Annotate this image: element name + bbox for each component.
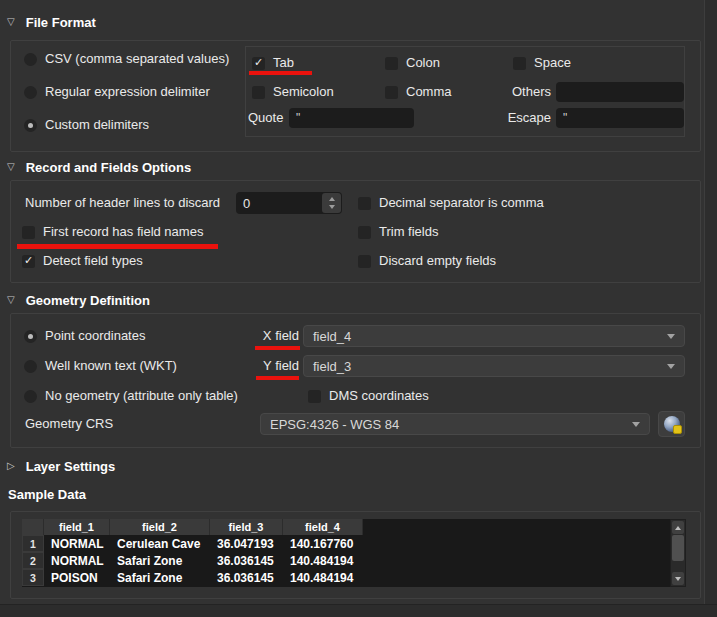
colon-checkbox[interactable]: ✓: [385, 57, 398, 70]
table-cell: Safari Zone: [110, 569, 210, 586]
quote-label: Quote: [248, 111, 283, 125]
y-field-select[interactable]: field_3: [303, 355, 685, 377]
discard-empty-checkbox-row[interactable]: ✓ Discard empty fields: [358, 254, 496, 268]
table-cell: 140.167760: [283, 535, 363, 552]
y-field-annotation-underline: [256, 376, 299, 380]
point-coordinates-radio-row[interactable]: Point coordinates: [24, 329, 145, 343]
escape-input[interactable]: ": [556, 108, 684, 128]
detect-types-checkbox[interactable]: ✓: [22, 255, 35, 268]
x-field-select[interactable]: field_4: [303, 325, 685, 347]
csv-radio-row[interactable]: CSV (comma separated values): [24, 52, 229, 66]
quote-input[interactable]: ": [289, 108, 414, 128]
comma-checkbox[interactable]: ✓: [385, 86, 398, 99]
no-geometry-radio[interactable]: [24, 390, 37, 403]
section-file-format-header[interactable]: ▽ File Format: [7, 14, 96, 30]
geometry-crs-select[interactable]: EPSG:4326 - WGS 84: [260, 413, 650, 435]
others-input[interactable]: [556, 82, 684, 102]
space-checkbox[interactable]: ✓: [513, 57, 526, 70]
section-layer-settings-header[interactable]: ▷ Layer Settings: [7, 458, 115, 474]
trim-fields-checkbox[interactable]: ✓: [358, 226, 371, 239]
row-number: 1: [22, 535, 44, 552]
header-lines-spinbox[interactable]: 0: [236, 192, 342, 214]
decimal-comma-checkbox[interactable]: ✓: [358, 197, 371, 210]
section-title: Layer Settings: [26, 459, 116, 474]
space-checkbox-row[interactable]: ✓ Space: [513, 56, 571, 70]
collapse-expanded-icon: ▽: [7, 162, 15, 172]
wkt-radio-row[interactable]: Well known text (WKT): [24, 359, 177, 373]
radio-dot-icon: [28, 123, 33, 128]
comma-checkbox-label: Comma: [406, 85, 452, 99]
table-cell: Cerulean Cave: [110, 535, 210, 552]
discard-empty-checkbox[interactable]: ✓: [358, 255, 371, 268]
table-header-row: field_1 field_2 field_3 field_4: [22, 519, 670, 535]
delimited-text-dialog: ▽ File Format CSV (comma separated value…: [0, 0, 717, 617]
custom-delimiters-radio-label: Custom delimiters: [45, 118, 149, 132]
y-field-label: Y field: [256, 359, 299, 373]
scroll-up-icon: [675, 526, 681, 530]
column-header: field_2: [110, 519, 210, 535]
table-cell: 36.036145: [210, 569, 283, 586]
x-field-annotation-underline: [255, 346, 300, 350]
first-record-checkbox[interactable]: ✓: [22, 226, 35, 239]
header-lines-label: Number of header lines to discard: [25, 196, 220, 210]
detect-types-checkbox-row[interactable]: ✓ Detect field types: [22, 254, 143, 268]
spin-up-icon[interactable]: [329, 197, 335, 201]
table-cell: NORMAL: [44, 552, 110, 569]
geometry-crs-value: EPSG:4326 - WGS 84: [270, 417, 399, 432]
custom-delimiters-radio-row[interactable]: Custom delimiters: [24, 118, 149, 132]
section-geometry-header[interactable]: ▽ Geometry Definition: [7, 292, 150, 308]
semicolon-checkbox-label: Semicolon: [273, 85, 334, 99]
decimal-comma-checkbox-row[interactable]: ✓ Decimal separator is comma: [358, 196, 544, 210]
tab-checkbox[interactable]: ✓: [252, 57, 265, 70]
table-vertical-scrollbar[interactable]: [670, 519, 686, 587]
checkmark-icon: ✓: [254, 57, 263, 68]
table-cell: 140.484194: [283, 569, 363, 586]
point-coordinates-radio[interactable]: [24, 330, 37, 343]
no-geometry-radio-row[interactable]: No geometry (attribute only table): [24, 389, 238, 403]
collapse-expanded-icon: ▽: [7, 17, 15, 27]
pencil-badge-icon: [673, 425, 682, 434]
quote-input-value: ": [296, 111, 300, 125]
tab-checkbox-row[interactable]: ✓ Tab: [252, 56, 294, 70]
dms-checkbox-row[interactable]: ✓ DMS coordinates: [308, 389, 429, 403]
section-record-options-header[interactable]: ▽ Record and Fields Options: [7, 159, 191, 175]
table-corner-cell: [22, 519, 44, 535]
row-number: 2: [22, 552, 44, 569]
table-cell: 36.036145: [210, 552, 283, 569]
scrollbar-thumb[interactable]: [672, 535, 684, 561]
right-margin-strip: [705, 0, 717, 604]
wkt-radio[interactable]: [24, 360, 37, 373]
first-record-checkbox-label: First record has field names: [43, 225, 203, 239]
spin-down-icon[interactable]: [329, 205, 335, 209]
bottom-margin-strip: [0, 605, 717, 617]
tab-checkbox-label: Tab: [273, 56, 294, 70]
semicolon-checkbox[interactable]: ✓: [252, 86, 265, 99]
table-row: 2 NORMAL Safari Zone 36.036145 140.48419…: [22, 552, 670, 569]
first-record-checkbox-row[interactable]: ✓ First record has field names: [22, 225, 203, 239]
tab-annotation-underline: [249, 71, 312, 75]
discard-empty-checkbox-label: Discard empty fields: [379, 254, 496, 268]
scroll-down-button[interactable]: [672, 572, 684, 585]
dms-checkbox[interactable]: ✓: [308, 390, 321, 403]
trim-fields-checkbox-row[interactable]: ✓ Trim fields: [358, 225, 438, 239]
semicolon-checkbox-row[interactable]: ✓ Semicolon: [252, 85, 334, 99]
globe-icon: [664, 416, 680, 432]
custom-delimiters-radio[interactable]: [24, 119, 37, 132]
spin-buttons[interactable]: [322, 193, 341, 213]
csv-radio[interactable]: [24, 53, 37, 66]
table-cell: NORMAL: [44, 535, 110, 552]
regex-radio[interactable]: [24, 86, 37, 99]
table-cell: 36.047193: [210, 535, 283, 552]
space-checkbox-label: Space: [534, 56, 571, 70]
column-header: field_3: [210, 519, 283, 535]
dms-checkbox-label: DMS coordinates: [329, 389, 429, 403]
scroll-up-button[interactable]: [672, 521, 684, 534]
decimal-comma-checkbox-label: Decimal separator is comma: [379, 196, 544, 210]
comma-checkbox-row[interactable]: ✓ Comma: [385, 85, 452, 99]
crs-picker-button[interactable]: [658, 411, 685, 437]
geometry-crs-label: Geometry CRS: [25, 417, 113, 431]
colon-checkbox-row[interactable]: ✓ Colon: [385, 56, 440, 70]
table-row: 3 POISON Safari Zone 36.036145 140.48419…: [22, 569, 670, 586]
regex-radio-row[interactable]: Regular expression delimiter: [24, 85, 210, 99]
column-header: field_4: [283, 519, 363, 535]
